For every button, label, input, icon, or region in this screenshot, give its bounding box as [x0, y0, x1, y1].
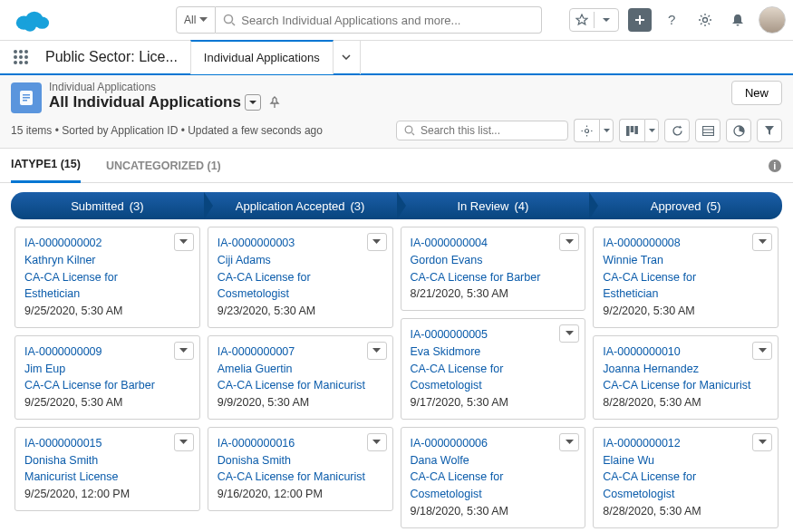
card-menu-button[interactable] [367, 233, 387, 251]
card-license-type[interactable]: Manicurist License [24, 469, 174, 486]
card-id[interactable]: IA-0000000007 [218, 343, 367, 361]
page-header: Individual Applications All Individual A… [0, 75, 793, 113]
card-menu-button[interactable] [559, 233, 579, 251]
card-license-type[interactable]: CA-CA License for Manicurist [218, 377, 367, 394]
chart-button[interactable] [726, 119, 751, 142]
card-id[interactable]: IA-0000000012 [603, 435, 752, 452]
card-applicant-name[interactable]: Donisha Smith [24, 452, 174, 469]
display-as-button[interactable] [619, 119, 644, 142]
info-button[interactable]: i [768, 159, 782, 173]
card-id[interactable]: IA-0000000005 [411, 326, 560, 343]
card-id[interactable]: IA-0000000002 [24, 235, 174, 252]
kanban-card[interactable]: IA-0000000012Elaine WuCA-CA License for … [593, 427, 778, 528]
card-license-type[interactable]: CA-CA License for Cosmetologist [411, 469, 560, 503]
card-menu-button[interactable] [559, 324, 579, 343]
card-id[interactable]: IA-0000000010 [603, 343, 752, 361]
kanban-card[interactable]: IA-0000000015Donisha SmithManicurist Lic… [15, 427, 200, 511]
card-applicant-name[interactable]: Amelia Guertin [218, 361, 367, 378]
edit-inline-button[interactable] [695, 119, 720, 142]
card-menu-button[interactable] [174, 233, 194, 251]
svg-rect-39 [702, 126, 713, 135]
kanban-card[interactable]: IA-0000000003Ciji AdamsCA-CA License for… [208, 227, 393, 328]
waffle-icon [13, 49, 29, 65]
kanban-header: Approved(5) [589, 192, 782, 219]
chevron-down-icon [372, 239, 381, 245]
favorites-dropdown[interactable] [595, 8, 618, 32]
card-applicant-name[interactable]: Eva Skidmore [411, 343, 560, 361]
nav-tab-dropdown[interactable] [334, 40, 361, 74]
card-id[interactable]: IA-0000000008 [603, 235, 752, 252]
list-search-input[interactable] [421, 124, 560, 137]
card-license-type[interactable]: CA-CA License for Cosmetologist [218, 269, 367, 304]
card-id[interactable]: IA-0000000006 [411, 435, 560, 452]
display-as-dropdown[interactable] [644, 119, 659, 142]
card-applicant-name[interactable]: Ciji Adams [218, 252, 367, 269]
card-license-type[interactable]: CA-CA License for Barber [24, 377, 174, 394]
card-menu-button[interactable] [752, 342, 772, 360]
card-applicant-name[interactable]: Joanna Hernandez [603, 361, 752, 378]
filter-button[interactable] [757, 119, 782, 142]
pie-icon [733, 125, 745, 137]
card-license-type[interactable]: CA-CA License for Cosmetologist [603, 469, 752, 503]
chevron-down-icon [342, 54, 351, 60]
help-button[interactable]: ? [661, 8, 684, 32]
card-date: 9/25/2020, 12:00 PM [24, 486, 174, 503]
card-menu-button[interactable] [752, 433, 772, 451]
global-search-input[interactable] [241, 14, 534, 27]
card-menu-button[interactable] [367, 342, 387, 360]
card-id[interactable]: IA-0000000009 [24, 343, 174, 361]
kanban-card[interactable]: IA-0000000005Eva SkidmoreCA-CA License f… [401, 318, 586, 420]
object-label: Individual Applications [49, 81, 724, 93]
card-menu-button[interactable] [752, 233, 772, 251]
card-id[interactable]: IA-0000000003 [218, 235, 367, 252]
card-license-type[interactable]: CA-CA License for Cosmetologist [411, 361, 560, 395]
card-id[interactable]: IA-0000000004 [411, 235, 560, 252]
kanban-card[interactable]: IA-0000000006Dana WolfeCA-CA License for… [401, 427, 586, 528]
card-applicant-name[interactable]: Elaine Wu [603, 452, 752, 469]
card-license-type[interactable]: CA-CA License for Barber [411, 269, 560, 286]
kanban-card[interactable]: IA-0000000007Amelia GuertinCA-CA License… [208, 335, 393, 420]
card-license-type[interactable]: CA-CA License for Manicurist [218, 469, 367, 486]
card-applicant-name[interactable]: Winnie Tran [603, 252, 752, 269]
card-license-type[interactable]: CA-CA License for Esthetician [603, 269, 752, 304]
card-applicant-name[interactable]: Jim Eup [24, 361, 174, 378]
nav-tab-individual-applications[interactable]: Individual Applications [190, 40, 334, 74]
refresh-button[interactable] [664, 119, 690, 142]
notifications-button[interactable] [726, 8, 749, 32]
tab-iatype1[interactable]: IATYPE1 (15) [11, 149, 81, 183]
card-id[interactable]: IA-0000000015 [24, 435, 174, 452]
card-applicant-name[interactable]: Dana Wolfe [411, 452, 560, 469]
card-menu-button[interactable] [367, 433, 387, 451]
form-icon [17, 89, 35, 107]
card-menu-button[interactable] [174, 433, 194, 451]
kanban-card[interactable]: IA-0000000004Gordon EvansCA-CA License f… [401, 227, 586, 311]
card-menu-button[interactable] [174, 342, 194, 360]
app-launcher[interactable] [7, 44, 34, 71]
tab-uncategorized[interactable]: UNCATEGORIZED (1) [106, 149, 221, 183]
card-menu-button[interactable] [559, 433, 579, 451]
global-create-button[interactable] [628, 8, 652, 32]
list-controls-button[interactable] [574, 119, 599, 142]
card-id[interactable]: IA-0000000016 [218, 435, 367, 452]
kanban-card[interactable]: IA-0000000010Joanna HernandezCA-CA Licen… [593, 335, 778, 420]
user-avatar[interactable] [759, 6, 786, 34]
favorite-button[interactable] [570, 8, 594, 32]
kanban-card[interactable]: IA-0000000008Winnie TranCA-CA License fo… [593, 227, 778, 328]
global-search[interactable] [216, 6, 542, 34]
list-view-switcher[interactable] [245, 94, 261, 111]
card-license-type[interactable]: CA-CA License for Manicurist [603, 377, 752, 394]
card-applicant-name[interactable]: Kathryn Kilner [24, 252, 174, 269]
kanban-card[interactable]: IA-0000000009Jim EupCA-CA License for Ba… [15, 335, 200, 420]
card-license-type[interactable]: CA-CA License for Esthetician [24, 269, 174, 304]
svg-point-7 [703, 18, 708, 23]
kanban-card[interactable]: IA-0000000002Kathryn KilnerCA-CA License… [15, 227, 200, 328]
pin-button[interactable] [268, 96, 281, 109]
new-button[interactable]: New [731, 81, 782, 105]
list-controls-dropdown[interactable] [599, 119, 614, 142]
card-applicant-name[interactable]: Gordon Evans [411, 252, 560, 269]
setup-button[interactable] [693, 8, 717, 32]
card-applicant-name[interactable]: Donisha Smith [218, 452, 367, 469]
list-search[interactable] [396, 121, 568, 140]
search-scope-selector[interactable]: All [176, 6, 216, 34]
kanban-card[interactable]: IA-0000000016Donisha SmithCA-CA License … [208, 427, 393, 511]
